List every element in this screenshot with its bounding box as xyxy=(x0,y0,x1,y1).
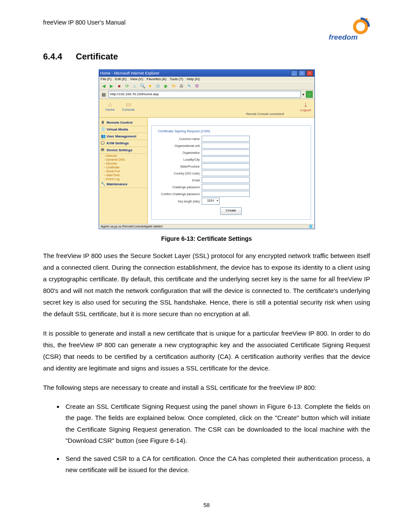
sidebar-item-virtual-media[interactable]: 💿Virtual Media xyxy=(100,126,146,133)
input-locality[interactable] xyxy=(202,156,250,162)
media-icon: 💿 xyxy=(101,127,106,131)
label-state: State/Province xyxy=(155,165,202,168)
sidebar-sub-date-time[interactable]: Date/Time xyxy=(100,173,146,177)
svg-point-0 xyxy=(355,21,367,33)
window-title: Home - Microsoft Internet Explorer xyxy=(100,70,160,77)
content-pane: Certificate Signing Request (CSR) Common… xyxy=(148,118,314,224)
sidebar-item-device-settings[interactable]: 🛠Device Settings xyxy=(100,147,146,154)
label-email: Email xyxy=(155,179,202,182)
window-titlebar: Home - Microsoft Internet Explorer _ □ × xyxy=(99,70,314,77)
address-bar[interactable]: ▤ http://192.168.70.220/home.asp ▾ → xyxy=(99,90,314,99)
status-text: Applet ua.pp.ss.RemoteConsoleApplet star… xyxy=(101,225,163,228)
label-common-name: Common name xyxy=(155,137,202,140)
go-button[interactable]: → xyxy=(306,91,313,98)
forward-icon: ▶ xyxy=(109,83,115,89)
csr-fieldset: Certificate Signing Request (CSR) Common… xyxy=(151,125,311,220)
step-2: Send the saved CSR to a CA for certifica… xyxy=(64,453,370,476)
sidebar-sub-serial-port[interactable]: Serial Port xyxy=(100,169,146,173)
sidebar-item-maintenance[interactable]: 🔧Maintenance xyxy=(100,181,146,188)
sidebar-sub-dynamic-dns[interactable]: Dynamic DNS xyxy=(100,158,146,162)
remote-status: Remote Console connected! xyxy=(246,112,284,115)
svg-text:™: ™ xyxy=(367,19,370,22)
device-icon: 🛠 xyxy=(101,148,105,152)
section-heading: 6.4.4Certificate xyxy=(43,52,370,62)
input-country[interactable] xyxy=(202,170,250,176)
input-org-unit[interactable] xyxy=(202,143,250,149)
close-icon[interactable]: × xyxy=(306,70,313,76)
sidebar-item-kvm-settings[interactable]: 🖵KVM Settings xyxy=(100,140,146,147)
sidebar-nav: 🖥Remote Control 💿Virtual Media 👥User Man… xyxy=(99,118,148,224)
minimize-icon[interactable]: _ xyxy=(291,70,298,76)
step-1: Create an SSL Certificate Signing Reques… xyxy=(64,401,370,446)
label-confirm-challenge-pw: Confirm Challenge password xyxy=(155,193,202,196)
input-state[interactable] xyxy=(202,163,250,169)
history-icon: ◷ xyxy=(155,83,161,89)
app-header: ⌂ Home ▭ Console Remote Console connecte… xyxy=(99,99,314,118)
select-keylen[interactable]: 1024 xyxy=(202,198,220,205)
input-common-name[interactable] xyxy=(202,136,250,142)
svg-text:freedom: freedom xyxy=(329,33,358,41)
create-button[interactable]: Create xyxy=(220,207,242,215)
status-bar: Applet ua.pp.ss.RemoteConsoleApplet star… xyxy=(99,224,314,229)
label-keylen: Key length (bits) xyxy=(155,200,202,203)
input-organization[interactable] xyxy=(202,149,250,156)
label-org-unit: Organizational unit xyxy=(155,144,202,147)
sidebar-sub-security[interactable]: Security xyxy=(100,162,146,165)
home-house-icon: ⌂ xyxy=(102,101,119,108)
figure-caption: Figure 6-13: Certificate Settings xyxy=(43,235,370,242)
remote-icon: 🖥 xyxy=(101,120,105,124)
internet-zone-icon: 🌐 xyxy=(309,225,313,228)
steps-list: Create an SSL Certificate Signing Reques… xyxy=(43,401,370,476)
browser-toolbar[interactable]: ◀ ▶ ■ ⟳ ⌂ 🔍 ★ ◷ ◉ ✉ 🖶 ✎ ❂ xyxy=(99,81,314,90)
maximize-icon[interactable]: □ xyxy=(299,70,305,76)
sidebar-item-remote-control[interactable]: 🖥Remote Control xyxy=(100,119,146,126)
console-link[interactable]: ▭ Console xyxy=(120,101,137,112)
sidebar-sub-network[interactable]: Network xyxy=(100,154,146,158)
discuss-icon: ❂ xyxy=(194,83,200,89)
back-icon: ◀ xyxy=(101,83,107,89)
search-icon: 🔍 xyxy=(140,83,146,89)
paragraph-3: The following steps are necessary to cre… xyxy=(43,382,370,393)
logout-icon: ⤓ xyxy=(300,102,311,108)
sidebar-item-user-management[interactable]: 👥User Management xyxy=(100,133,146,140)
paragraph-2: It is possible to generate and install a… xyxy=(43,327,370,374)
maintenance-icon: 🔧 xyxy=(101,182,106,186)
input-email[interactable] xyxy=(202,177,250,183)
screenshot-figure: Home - Microsoft Internet Explorer _ □ ×… xyxy=(99,69,315,229)
address-input[interactable]: http://192.168.70.220/home.asp xyxy=(109,91,301,98)
console-monitor-icon: ▭ xyxy=(120,101,137,108)
media-icon: ◉ xyxy=(163,83,169,89)
page-icon: ▤ xyxy=(101,91,107,97)
edit-icon: ✎ xyxy=(186,83,192,89)
sidebar-sub-certificate[interactable]: Certificate xyxy=(100,165,146,169)
menu-bar[interactable]: File (F) Edit (E) View (V) Favorites (A)… xyxy=(99,77,314,81)
freedom9-logo: freedom ™ xyxy=(327,17,370,43)
kvm-icon: 🖵 xyxy=(101,141,105,145)
refresh-icon: ⟳ xyxy=(124,83,130,89)
label-country: Country (ISO code) xyxy=(155,172,202,175)
print-icon: 🖶 xyxy=(178,83,184,89)
label-organization: Organization xyxy=(155,151,202,154)
label-challenge-pw: Challenge password xyxy=(155,186,202,189)
input-challenge-pw[interactable] xyxy=(202,184,250,190)
stop-icon: ■ xyxy=(116,83,122,89)
csr-legend: Certificate Signing Request (CSR) xyxy=(157,129,212,133)
user-icon: 👥 xyxy=(101,134,106,138)
doc-title: freeView IP 800 User's Manual xyxy=(43,17,125,26)
paragraph-1: The freeView IP 800 uses the Secure Sock… xyxy=(43,250,370,320)
favorites-icon: ★ xyxy=(147,83,153,89)
logout-link[interactable]: ⤓ Logout xyxy=(300,102,311,112)
home-link[interactable]: ⌂ Home xyxy=(102,101,119,112)
home-icon: ⌂ xyxy=(132,83,138,89)
sidebar-sub-event-log[interactable]: Event Log xyxy=(100,177,146,181)
page-number: 58 xyxy=(43,502,370,508)
mail-icon: ✉ xyxy=(171,83,177,89)
label-locality: Locality/City xyxy=(155,158,202,161)
input-confirm-challenge-pw[interactable] xyxy=(202,191,250,197)
